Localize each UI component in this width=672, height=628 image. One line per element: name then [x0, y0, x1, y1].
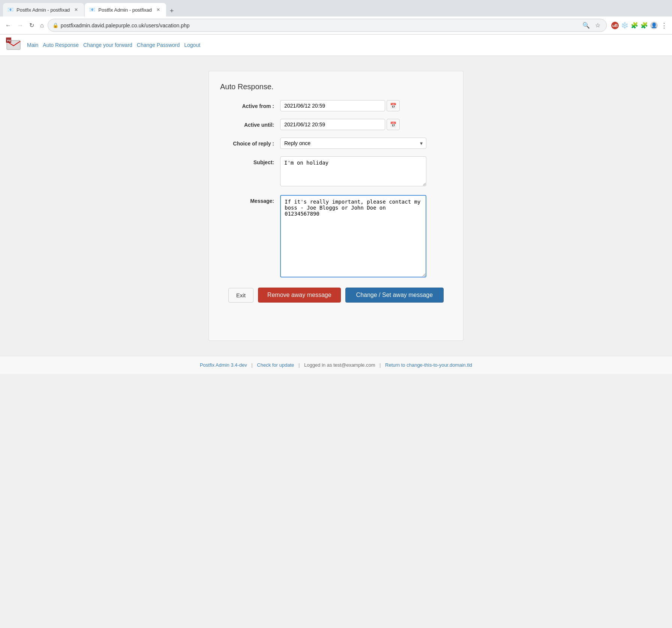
- ublock-icon[interactable]: uB: [611, 22, 619, 29]
- active-from-label: Active from :: [220, 100, 280, 109]
- bookmark-icon[interactable]: ☆: [594, 21, 602, 30]
- new-tab-button[interactable]: +: [167, 6, 177, 16]
- tab-1-title: Postfix Admin - postfixad: [16, 7, 70, 13]
- active-from-control: 📅: [280, 100, 452, 111]
- navbar-main[interactable]: Main: [27, 42, 38, 48]
- main-content: Auto Response. Active from : 📅 Active un…: [0, 56, 672, 356]
- message-textarea[interactable]: [280, 195, 426, 277]
- choice-of-reply-label: Choice of reply :: [220, 138, 280, 147]
- active-from-wrap: 📅: [280, 100, 452, 111]
- change-set-away-message-button[interactable]: Change / Set away message: [345, 288, 444, 303]
- active-until-row: Active until: 📅: [220, 119, 452, 130]
- subject-label: Subject:: [220, 156, 280, 165]
- browser-menu-button[interactable]: ⋮: [659, 20, 669, 31]
- active-until-calendar-button[interactable]: 📅: [387, 119, 400, 130]
- footer-return-link[interactable]: Return to change-this-to-your.domain.tld: [385, 362, 472, 368]
- navbar-change-password[interactable]: Change Password: [137, 42, 180, 48]
- footer-sep-2: |: [298, 362, 300, 368]
- auto-response-card: Auto Response. Active from : 📅 Active un…: [208, 71, 464, 341]
- profile-avatar[interactable]: 👤: [650, 22, 658, 29]
- button-row: Exit Remove away message Change / Set aw…: [220, 288, 452, 303]
- browser-extensions: uB ❄️ 🧩 🧩 👤: [611, 22, 658, 29]
- choice-of-reply-row: Choice of reply : Reply once Reply alway…: [220, 138, 452, 149]
- active-until-wrap: 📅: [280, 119, 452, 130]
- active-until-label: Active until:: [220, 119, 280, 128]
- browser-chrome: 📧 Postfix Admin - postfixad ✕ 📧 Postfix …: [0, 0, 672, 34]
- svg-text:PA: PA: [7, 39, 11, 42]
- footer-version-link[interactable]: Postfix Admin 3.4-dev: [200, 362, 247, 368]
- choice-of-reply-select[interactable]: Reply once Reply always: [280, 138, 426, 149]
- footer-sep-1: |: [251, 362, 252, 368]
- footer-sep-3: |: [380, 362, 381, 368]
- tab-1-close[interactable]: ✕: [73, 6, 80, 13]
- tab-1-favicon: 📧: [8, 7, 14, 13]
- lock-icon: 🔒: [52, 22, 58, 28]
- subject-row: Subject:: [220, 156, 452, 187]
- search-icon[interactable]: 🔍: [581, 21, 591, 30]
- ext-puzzle-icon[interactable]: 🧩: [631, 22, 638, 29]
- choice-of-reply-select-wrap: Reply once Reply always: [280, 138, 426, 149]
- footer-update-link[interactable]: Check for update: [257, 362, 294, 368]
- tab-2-favicon: 📧: [89, 7, 95, 13]
- tab-2-close[interactable]: ✕: [155, 6, 162, 13]
- subject-textarea[interactable]: [280, 156, 426, 186]
- forward-button[interactable]: →: [15, 21, 26, 30]
- browser-controls: ← → ↻ ⌂ 🔒 postfixadmin.david.palepurple.…: [0, 16, 672, 34]
- home-button[interactable]: ⌂: [38, 21, 46, 30]
- active-until-control: 📅: [280, 119, 452, 130]
- back-button[interactable]: ←: [3, 21, 14, 30]
- navbar: PA Main Auto Response Change your forwar…: [0, 34, 672, 56]
- reload-button[interactable]: ↻: [27, 20, 36, 30]
- tab-bar: 📧 Postfix Admin - postfixad ✕ 📧 Postfix …: [0, 0, 672, 16]
- active-from-calendar-button[interactable]: 📅: [387, 100, 400, 111]
- address-bar: 🔒 postfixadmin.david.palepurple.co.uk/us…: [48, 19, 607, 32]
- message-control: [280, 195, 452, 279]
- exit-button[interactable]: Exit: [228, 288, 254, 303]
- tab-2[interactable]: 📧 Postfix Admin - postfixad ✕: [85, 3, 166, 16]
- footer: Postfix Admin 3.4-dev | Check for update…: [0, 356, 672, 374]
- active-from-input[interactable]: [280, 100, 385, 111]
- message-row: Message:: [220, 195, 452, 279]
- navbar-links: Main Auto Response Change your forward C…: [27, 42, 200, 48]
- message-label: Message:: [220, 195, 280, 204]
- navbar-auto-response[interactable]: Auto Response: [43, 42, 79, 48]
- navbar-change-forward[interactable]: Change your forward: [83, 42, 132, 48]
- choice-of-reply-control: Reply once Reply always: [280, 138, 452, 149]
- active-until-input[interactable]: [280, 119, 385, 130]
- tab-1[interactable]: 📧 Postfix Admin - postfixad ✕: [3, 3, 84, 16]
- tab-2-title: Postfix Admin - postfixad: [98, 7, 152, 13]
- address-text: postfixadmin.david.palepurple.co.uk/user…: [61, 22, 579, 28]
- ext-snowflake-icon[interactable]: ❄️: [621, 22, 628, 29]
- subject-control: [280, 156, 452, 187]
- footer-logged-in: Logged in as test@example.com: [304, 362, 375, 368]
- card-title: Auto Response.: [220, 82, 452, 91]
- ext-jigsaw-icon[interactable]: 🧩: [640, 22, 648, 29]
- navbar-logout[interactable]: Logout: [184, 42, 200, 48]
- navbar-logo: PA: [6, 37, 21, 52]
- active-from-row: Active from : 📅: [220, 100, 452, 111]
- remove-away-message-button[interactable]: Remove away message: [258, 288, 341, 303]
